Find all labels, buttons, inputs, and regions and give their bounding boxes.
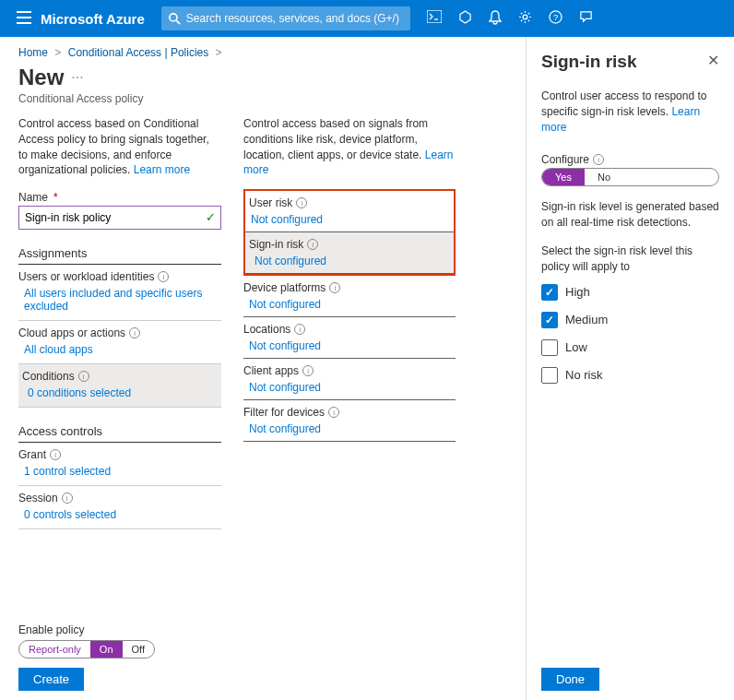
control-session[interactable]: Sessioni 0 controls selected [18,486,221,529]
control-grant[interactable]: Granti 1 control selected [18,443,221,486]
page-subtitle: Conditional Access policy [18,92,511,105]
info-icon[interactable]: i [593,154,604,165]
condition-device-platforms[interactable]: Device platformsi Not configured [243,276,456,317]
panel-description: Control user access to respond to specif… [541,89,719,135]
help-icon[interactable]: ? [549,10,562,28]
assignment-apps[interactable]: Cloud apps or actionsi All cloud apps [18,321,221,364]
condition-sign-in-risk[interactable]: Sign-in riski Not configured [245,232,454,274]
configure-label: Configurei [541,153,719,166]
svg-rect-2 [17,22,31,24]
panel-select-text: Select the sign-in risk level this polic… [541,243,719,275]
info-icon[interactable]: i [328,407,339,418]
svg-point-7 [523,15,527,19]
configure-toggle[interactable]: Yes No [541,168,719,186]
checkbox-no-risk[interactable]: No risk [541,367,719,384]
intro-text-a: Control access based on Conditional Acce… [18,116,221,178]
info-icon[interactable]: i [158,271,169,282]
svg-point-3 [170,13,177,20]
cloud-shell-icon[interactable] [427,10,442,28]
done-button[interactable]: Done [541,668,599,691]
top-icons: ? [427,10,593,28]
info-icon[interactable]: i [302,365,314,376]
condition-user-risk[interactable]: User riski Not configured [245,191,454,232]
hamburger-icon[interactable] [17,11,31,27]
info-icon[interactable]: i [329,282,340,293]
info-icon[interactable]: i [78,371,89,382]
assignments-header: Assignments [18,246,221,265]
access-controls-header: Access controls [18,424,221,443]
info-icon[interactable]: i [294,324,305,335]
enable-policy-toggle[interactable]: Report-only On Off [18,640,155,658]
more-icon[interactable]: ··· [71,69,83,86]
checkbox-high[interactable]: High [541,284,719,301]
svg-rect-0 [17,11,31,13]
checkbox-medium[interactable]: Medium [541,312,719,328]
breadcrumb: Home > Conditional Access | Policies > [18,46,511,59]
assignment-users[interactable]: Users or workload identitiesi All users … [18,265,221,321]
breadcrumb-home[interactable]: Home [18,46,48,59]
create-button[interactable]: Create [18,668,84,691]
enable-policy-label: Enable policy [18,623,511,636]
condition-client-apps[interactable]: Client appsi Not configured [243,359,456,400]
checkbox-low[interactable]: Low [541,339,719,356]
search-input[interactable]: Search resources, services, and docs (G+… [161,6,410,30]
learn-more-link[interactable]: Learn more [134,163,190,176]
info-icon[interactable]: i [296,197,307,208]
directories-icon[interactable] [458,10,472,28]
svg-rect-5 [427,10,442,23]
page-title: New [18,65,64,90]
search-placeholder: Search resources, services, and docs (G+… [186,12,399,25]
condition-locations[interactable]: Locationsi Not configured [243,317,456,359]
intro-text-b: Control access based on signals from con… [243,116,456,178]
settings-icon[interactable] [518,10,532,28]
feedback-icon[interactable] [579,10,593,28]
svg-line-4 [176,20,180,24]
close-icon[interactable]: ✕ [707,52,719,69]
condition-filter-devices[interactable]: Filter for devicesi Not configured [243,400,456,442]
name-label: Name* [18,191,221,204]
name-field[interactable] [18,206,221,230]
check-icon: ✓ [206,210,216,224]
brand-label: Microsoft Azure [41,11,145,27]
notifications-icon[interactable] [489,10,502,28]
top-bar: Microsoft Azure Search resources, servic… [0,0,734,37]
info-icon[interactable]: i [50,449,61,460]
assignment-conditions[interactable]: Conditionsi 0 conditions selected [18,364,221,408]
breadcrumb-policies[interactable]: Conditional Access | Policies [68,46,209,59]
panel-note: Sign-in risk level is generated based on… [541,199,719,231]
highlight-box: User riski Not configured Sign-in riski … [243,189,456,276]
info-icon[interactable]: i [62,492,73,504]
panel-title: Sign-in risk [541,52,636,72]
info-icon[interactable]: i [307,239,318,250]
svg-text:?: ? [553,13,558,22]
info-icon[interactable]: i [129,327,140,338]
svg-rect-1 [17,17,31,18]
